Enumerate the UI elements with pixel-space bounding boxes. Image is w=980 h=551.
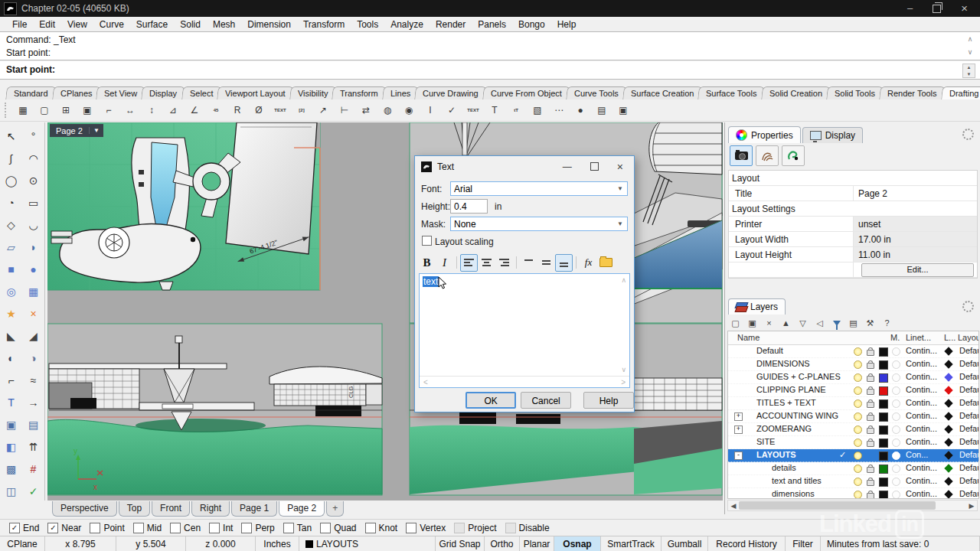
layer-material-icon[interactable]: [892, 373, 900, 382]
osnap-item-tan[interactable]: Tan: [283, 523, 312, 533]
polygon-tool-icon[interactable]: ◇: [1, 214, 22, 236]
osnap-item-end[interactable]: ✓End: [9, 523, 39, 533]
osnap-item-near[interactable]: ✓Near: [47, 523, 81, 533]
viewport-title[interactable]: Page 2 ▼: [50, 124, 103, 137]
minimize-icon[interactable]: –: [907, 0, 913, 17]
boolean-union-icon[interactable]: ◐: [1, 347, 22, 369]
layer-linetype[interactable]: Contin...: [906, 476, 942, 485]
help-button[interactable]: Help: [583, 392, 634, 409]
valign-top-button[interactable]: [520, 254, 537, 272]
layer-lock-icon[interactable]: [867, 428, 874, 434]
new-layer-icon[interactable]: ▢: [728, 316, 743, 330]
layer-visibility-bulb-icon[interactable]: [854, 491, 862, 499]
osnap-item-mid[interactable]: Mid: [133, 523, 162, 533]
toolbar-tab-solid-creation[interactable]: Solid Creation: [761, 86, 831, 99]
text-scroll-left-icon[interactable]: <: [423, 378, 428, 386]
dim-isometric-icon[interactable]: ⇄: [355, 100, 377, 120]
layer-visibility-bulb-icon[interactable]: [854, 425, 862, 434]
layer-linetype[interactable]: Contin...: [906, 372, 942, 381]
status-cplane[interactable]: CPlane: [0, 536, 45, 551]
grid-array-icon[interactable]: ▩: [1, 458, 22, 480]
insert-block-icon[interactable]: ◧: [1, 435, 22, 458]
toolbar-tab-select[interactable]: Select: [181, 86, 221, 99]
move-up-icon[interactable]: ▲: [779, 316, 793, 330]
status-smarttrack[interactable]: SmartTrack: [601, 536, 662, 551]
osnap-item-cen[interactable]: Cen: [170, 523, 201, 533]
extrude-tool-icon[interactable]: ⇈: [23, 435, 44, 458]
layer-visibility-bulb-icon[interactable]: [854, 412, 862, 421]
scrollbar-thumb[interactable]: [739, 501, 936, 510]
toolbar-tab-lines[interactable]: Lines: [382, 86, 419, 99]
property-value[interactable]: Page 2: [853, 186, 977, 201]
layer-material-icon[interactable]: [892, 412, 900, 421]
osnap-checkbox-vertex[interactable]: [406, 523, 416, 533]
layers-horizontal-scrollbar[interactable]: ◀ ▶: [727, 500, 978, 511]
dialog-minimize-icon[interactable]: —: [563, 161, 572, 172]
layer-row-dimensions[interactable]: dimensionsContin...Default: [728, 488, 978, 499]
italic-button[interactable]: I: [436, 254, 453, 272]
layer-print-color-icon[interactable]: [944, 373, 952, 381]
point-tool-icon[interactable]: °: [23, 125, 44, 147]
torus-tool-icon[interactable]: ◎: [1, 280, 22, 302]
layer-layout-value[interactable]: Default: [959, 372, 979, 381]
layer-color-swatch[interactable]: [879, 399, 888, 409]
menu-render[interactable]: Render: [430, 18, 472, 31]
layer-color-swatch[interactable]: [879, 478, 888, 487]
layer-linetype[interactable]: Contin...: [906, 346, 942, 355]
toolbar-tab-set-view[interactable]: Set View: [96, 86, 145, 99]
dim-horizontal-icon[interactable]: ⊢: [334, 100, 355, 120]
circle-tool-icon[interactable]: ◯: [1, 169, 22, 191]
layer-layout-value[interactable]: Default: [959, 489, 979, 498]
patch-surface-icon[interactable]: ▦: [23, 280, 44, 302]
osnap-checkbox-disable[interactable]: [505, 523, 516, 533]
layer-print-color-icon[interactable]: [944, 425, 952, 433]
layer-print-color-icon[interactable]: [944, 490, 952, 498]
status-record-history[interactable]: Record History: [708, 536, 786, 551]
dim-linear-icon[interactable]: ↔: [119, 100, 141, 120]
osnap-item-perp[interactable]: Perp: [241, 523, 274, 533]
layer-row-layouts[interactable]: -LAYOUTS✓Con...Defau: [728, 449, 978, 462]
toolbar-tab-drafting[interactable]: Drafting: [941, 86, 980, 99]
property-row-layout-height[interactable]: Layout Height11.00 in: [729, 247, 977, 262]
layer-linetype[interactable]: Con...: [906, 450, 942, 459]
layer-layout-value[interactable]: Default: [959, 476, 979, 485]
toolbar-tab-surface-creation[interactable]: Surface Creation: [622, 86, 702, 99]
layer-color-swatch[interactable]: [879, 491, 888, 500]
status-ortho[interactable]: Ortho: [485, 536, 520, 551]
delete-layer-icon[interactable]: ×: [762, 316, 776, 330]
layer-layout-value[interactable]: Default: [959, 463, 979, 472]
tab-display[interactable]: Display: [802, 127, 863, 143]
layer-lock-icon[interactable]: [867, 480, 874, 486]
layer-layout-value[interactable]: Default: [959, 411, 979, 420]
scroll-down-icon[interactable]: ∨: [965, 46, 975, 59]
viewport-tab-perspective[interactable]: Perspective: [52, 501, 117, 517]
menu-file[interactable]: File: [6, 18, 33, 31]
fillet-curve-icon[interactable]: ⌐: [1, 369, 22, 391]
tab-layers[interactable]: Layers: [728, 298, 786, 315]
edit-button[interactable]: Edit...: [861, 263, 974, 277]
layer-row-details[interactable]: detailsContin...Default: [728, 462, 978, 475]
viewport-properties-button[interactable]: [730, 145, 753, 166]
text-tool-icon[interactable]: TEXT: [462, 100, 484, 120]
dim-angle-icon[interactable]: ∠: [184, 100, 205, 120]
layer-row-site[interactable]: SITEContin...Default: [728, 436, 978, 449]
scroll-left-icon[interactable]: ◀: [728, 502, 739, 510]
dialog-close-icon[interactable]: ×: [617, 161, 623, 173]
menu-surface[interactable]: Surface: [130, 18, 174, 31]
text-scroll-up-icon[interactable]: ∧: [621, 276, 626, 284]
layer-color-swatch[interactable]: [879, 347, 888, 357]
block-tools-icon[interactable]: ▣: [1, 413, 22, 435]
viewport-tab-front[interactable]: Front: [152, 501, 190, 517]
text-scroll-right-icon[interactable]: >: [621, 378, 626, 386]
scroll-right-icon[interactable]: ▶: [966, 502, 977, 510]
layer-material-icon[interactable]: [892, 465, 900, 473]
layer-material-icon[interactable]: [892, 491, 900, 499]
layer-report-icon[interactable]: ▤: [846, 316, 861, 330]
toolbar-tab-curve-tools[interactable]: Curve Tools: [566, 86, 627, 99]
osnap-item-point[interactable]: Point: [90, 523, 124, 533]
layer-row-default[interactable]: DefaultContin...Default: [728, 345, 978, 358]
layer-material-icon[interactable]: [892, 360, 900, 369]
status-y-5-504[interactable]: y 5.504: [116, 536, 186, 551]
valign-middle-button[interactable]: [537, 254, 555, 272]
osnap-item-knot[interactable]: Knot: [365, 523, 398, 533]
